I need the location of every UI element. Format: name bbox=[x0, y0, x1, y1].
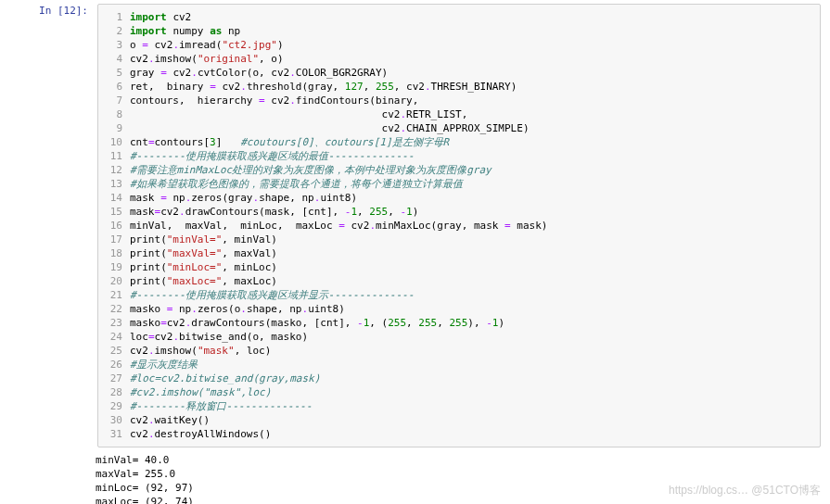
code-line[interactable]: 24loc=cv2.bitwise_and(o, masko) bbox=[102, 330, 812, 344]
code-content[interactable]: print("maxVal=", maxVal) bbox=[130, 246, 812, 260]
code-content[interactable]: import numpy as np bbox=[130, 24, 812, 38]
line-number: 9 bbox=[102, 121, 130, 135]
code-content[interactable]: minVal, maxVal, minLoc, maxLoc = cv2.min… bbox=[130, 219, 812, 233]
line-number: 22 bbox=[102, 302, 130, 316]
line-number: 4 bbox=[102, 52, 130, 66]
code-content[interactable]: ret, binary = cv2.threshold(gray, 127, 2… bbox=[130, 80, 812, 94]
code-line[interactable]: 19print("minLoc=", minLoc) bbox=[102, 260, 812, 274]
input-prompt: In [12]: bbox=[0, 4, 97, 447]
code-content[interactable]: cv2.destroyAllWindows() bbox=[130, 427, 812, 441]
code-line[interactable]: 14mask = np.zeros(gray.shape, np.uint8) bbox=[102, 191, 812, 205]
code-content[interactable]: #--------使用掩膜获取感兴趣区域并显示-------------- bbox=[130, 288, 812, 302]
line-number: 28 bbox=[102, 385, 130, 399]
code-line[interactable]: 15mask=cv2.drawContours(mask, [cnt], -1,… bbox=[102, 205, 812, 219]
line-number: 7 bbox=[102, 94, 130, 107]
code-line[interactable]: 20print("maxLoc=", maxLoc) bbox=[102, 274, 812, 288]
code-content[interactable]: gray = cv2.cvtColor(o, cv2.COLOR_BGR2GRA… bbox=[130, 66, 812, 80]
code-line[interactable]: 25cv2.imshow("mask", loc) bbox=[102, 344, 812, 358]
line-number: 16 bbox=[102, 219, 130, 233]
code-content[interactable]: cv2.RETR_LIST, bbox=[130, 107, 812, 121]
code-line[interactable]: 10cnt=contours[3] #coutours[0]、coutours[… bbox=[102, 135, 812, 149]
code-content[interactable]: o = cv2.imread("ct2.jpg") bbox=[130, 38, 812, 52]
code-line[interactable]: 11#--------使用掩膜获取感兴趣区域的最值-------------- bbox=[102, 149, 812, 163]
output-line: maxVal= 255.0 bbox=[96, 467, 823, 481]
line-number: 14 bbox=[102, 191, 130, 205]
code-cell: In [12]: 1import cv22import numpy as np3… bbox=[0, 0, 830, 447]
line-number: 30 bbox=[102, 413, 130, 427]
line-number: 6 bbox=[102, 80, 130, 94]
code-content[interactable]: #显示灰度结果 bbox=[130, 358, 812, 372]
code-content[interactable]: print("minVal=", minVal) bbox=[130, 233, 812, 246]
line-number: 2 bbox=[102, 24, 130, 38]
code-line[interactable]: 3o = cv2.imread("ct2.jpg") bbox=[102, 38, 812, 52]
line-number: 26 bbox=[102, 358, 130, 372]
line-number: 31 bbox=[102, 427, 130, 441]
line-number: 10 bbox=[102, 135, 130, 149]
line-number: 18 bbox=[102, 246, 130, 260]
line-number: 15 bbox=[102, 205, 130, 219]
line-number: 17 bbox=[102, 233, 130, 246]
code-line[interactable]: 23masko=cv2.drawContours(masko, [cnt], -… bbox=[102, 316, 812, 330]
code-content[interactable]: mask=cv2.drawContours(mask, [cnt], -1, 2… bbox=[130, 205, 812, 219]
code-line[interactable]: 30cv2.waitKey() bbox=[102, 413, 812, 427]
line-number: 1 bbox=[102, 10, 130, 24]
code-content[interactable]: loc=cv2.bitwise_and(o, masko) bbox=[130, 330, 812, 344]
code-line[interactable]: 13#如果希望获取彩色图像的，需要提取各个通道，将每个通道独立计算最值 bbox=[102, 177, 812, 191]
code-content[interactable]: import cv2 bbox=[130, 10, 812, 24]
code-line[interactable]: 29#--------释放窗口-------------- bbox=[102, 399, 812, 413]
code-content[interactable]: #--------使用掩膜获取感兴趣区域的最值-------------- bbox=[130, 149, 812, 163]
line-number: 5 bbox=[102, 66, 130, 80]
line-number: 11 bbox=[102, 149, 130, 163]
code-content[interactable]: masko = np.zeros(o.shape, np.uint8) bbox=[130, 302, 812, 316]
code-content[interactable]: cv2.waitKey() bbox=[130, 413, 812, 427]
line-number: 24 bbox=[102, 330, 130, 344]
code-line[interactable]: 27#loc=cv2.bitwise_and(gray,mask) bbox=[102, 372, 812, 385]
code-content[interactable]: masko=cv2.drawContours(masko, [cnt], -1,… bbox=[130, 316, 812, 330]
code-line[interactable]: 6ret, binary = cv2.threshold(gray, 127, … bbox=[102, 80, 812, 94]
code-content[interactable]: #--------释放窗口-------------- bbox=[130, 399, 812, 413]
line-number: 13 bbox=[102, 177, 130, 191]
code-line[interactable]: 26#显示灰度结果 bbox=[102, 358, 812, 372]
code-line[interactable]: 28#cv2.imshow("mask",loc) bbox=[102, 385, 812, 399]
watermark: https://blog.cs… @51CTO博客 bbox=[669, 483, 821, 498]
code-line[interactable]: 7contours, hierarchy = cv2.findContours(… bbox=[102, 94, 812, 107]
code-line[interactable]: 1import cv2 bbox=[102, 10, 812, 24]
code-line[interactable]: 9 cv2.CHAIN_APPROX_SIMPLE) bbox=[102, 121, 812, 135]
code-content[interactable]: contours, hierarchy = cv2.findContours(b… bbox=[130, 94, 812, 107]
code-content[interactable]: cnt=contours[3] #coutours[0]、coutours[1]… bbox=[130, 135, 812, 149]
code-line[interactable]: 2import numpy as np bbox=[102, 24, 812, 38]
code-content[interactable]: cv2.imshow("mask", loc) bbox=[130, 344, 812, 358]
code-content[interactable]: cv2.CHAIN_APPROX_SIMPLE) bbox=[130, 121, 812, 135]
code-content[interactable]: #如果希望获取彩色图像的，需要提取各个通道，将每个通道独立计算最值 bbox=[130, 177, 812, 191]
code-content[interactable]: mask = np.zeros(gray.shape, np.uint8) bbox=[130, 191, 812, 205]
line-number: 27 bbox=[102, 372, 130, 385]
line-number: 8 bbox=[102, 107, 130, 121]
line-number: 12 bbox=[102, 163, 130, 177]
line-number: 29 bbox=[102, 399, 130, 413]
code-content[interactable]: #需要注意minMaxLoc处理的对象为灰度图像，本例中处理对象为灰度图像gra… bbox=[130, 163, 812, 177]
code-content[interactable]: #loc=cv2.bitwise_and(gray,mask) bbox=[130, 372, 812, 385]
output-line: minVal= 40.0 bbox=[96, 453, 823, 467]
code-line[interactable]: 17print("minVal=", minVal) bbox=[102, 233, 812, 246]
line-number: 23 bbox=[102, 316, 130, 330]
line-number: 20 bbox=[102, 274, 130, 288]
code-line[interactable]: 31cv2.destroyAllWindows() bbox=[102, 427, 812, 441]
line-number: 21 bbox=[102, 288, 130, 302]
code-line[interactable]: 16minVal, maxVal, minLoc, maxLoc = cv2.m… bbox=[102, 219, 812, 233]
code-content[interactable]: print("maxLoc=", maxLoc) bbox=[130, 274, 812, 288]
code-line[interactable]: 8 cv2.RETR_LIST, bbox=[102, 107, 812, 121]
line-number: 3 bbox=[102, 38, 130, 52]
line-number: 25 bbox=[102, 344, 130, 358]
code-line[interactable]: 4cv2.imshow("original", o) bbox=[102, 52, 812, 66]
code-input-area[interactable]: 1import cv22import numpy as np3o = cv2.i… bbox=[97, 4, 821, 447]
code-line[interactable]: 18print("maxVal=", maxVal) bbox=[102, 246, 812, 260]
code-line[interactable]: 21#--------使用掩膜获取感兴趣区域并显示-------------- bbox=[102, 288, 812, 302]
code-line[interactable]: 22masko = np.zeros(o.shape, np.uint8) bbox=[102, 302, 812, 316]
code-content[interactable]: cv2.imshow("original", o) bbox=[130, 52, 812, 66]
line-number: 19 bbox=[102, 260, 130, 274]
code-line[interactable]: 5gray = cv2.cvtColor(o, cv2.COLOR_BGR2GR… bbox=[102, 66, 812, 80]
code-content[interactable]: print("minLoc=", minLoc) bbox=[130, 260, 812, 274]
code-line[interactable]: 12#需要注意minMaxLoc处理的对象为灰度图像，本例中处理对象为灰度图像g… bbox=[102, 163, 812, 177]
code-content[interactable]: #cv2.imshow("mask",loc) bbox=[130, 385, 812, 399]
